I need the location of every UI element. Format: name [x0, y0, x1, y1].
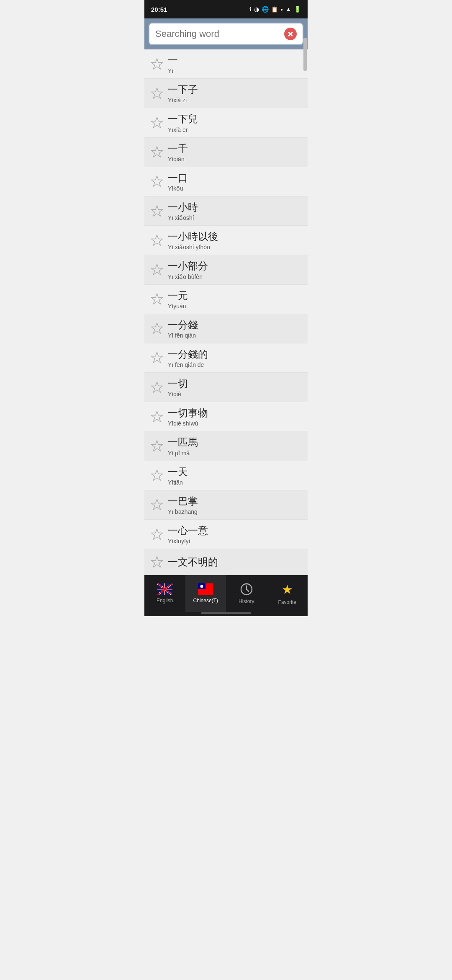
star-icon	[150, 439, 164, 453]
svg-marker-4	[152, 176, 163, 186]
star-icon[interactable]	[150, 528, 164, 541]
word-chinese: 一下子	[168, 83, 198, 96]
word-pinyin: Yīxīnyīyì	[168, 538, 208, 544]
nav-item-chinese[interactable]: Chinese(T)	[185, 575, 226, 612]
status-time: 20:51	[151, 6, 167, 13]
nav-item-english[interactable]: English	[144, 575, 185, 612]
word-chinese: 一	[168, 54, 178, 67]
word-content: 一文不明的	[168, 555, 218, 568]
word-content: 一千 Yīqiān	[168, 142, 188, 162]
list-item[interactable]: 一分錢 Yī fēn qián	[144, 314, 308, 343]
word-chinese: 一切事物	[168, 406, 208, 419]
list-item[interactable]: 一文不明的	[144, 549, 308, 575]
list-item[interactable]: 一天 Yītiān	[144, 461, 308, 490]
list-item[interactable]: 一切事物 Yīqiè shìwù	[144, 402, 308, 431]
dot-icon: ●	[280, 7, 283, 12]
list-item[interactable]: 一元 Yīyuán	[144, 285, 308, 314]
star-icon	[150, 57, 164, 71]
nav-item-favorite[interactable]: ★ Favorite	[267, 575, 308, 612]
word-chinese: 一心一意	[168, 524, 208, 537]
star-icon	[150, 528, 164, 541]
star-icon	[150, 322, 164, 335]
list-item[interactable]: 一千 Yīqiān	[144, 138, 308, 167]
list-item[interactable]: 一小部分 Yī xiǎo bùfèn	[144, 255, 308, 284]
svg-marker-6	[152, 235, 163, 245]
word-pinyin: Yī xiǎo bùfèn	[168, 273, 208, 280]
star-icon[interactable]	[150, 469, 164, 482]
clipboard-icon: 📋	[271, 6, 278, 13]
star-icon[interactable]	[150, 57, 164, 71]
word-pinyin: Yī	[168, 67, 178, 74]
star-icon[interactable]	[150, 263, 164, 276]
list-item[interactable]: 一匹馬 Yī pǐ mǎ	[144, 431, 308, 461]
word-content: 一小部分 Yī xiǎo bùfèn	[168, 259, 208, 280]
list-item[interactable]: 一心一意 Yīxīnyīyì	[144, 520, 308, 549]
star-icon[interactable]	[150, 145, 164, 159]
star-icon	[150, 351, 164, 364]
word-content: 一分錢 Yī fēn qián	[168, 318, 198, 339]
favorite-star-icon: ★	[282, 582, 293, 597]
star-icon[interactable]	[150, 204, 164, 218]
word-pinyin: Yī xiǎoshí yǐhòu	[168, 244, 218, 250]
star-icon[interactable]	[150, 292, 164, 306]
nav-label-favorite: Favorite	[278, 599, 296, 605]
circle-half-icon: ◑	[254, 6, 259, 13]
svg-marker-15	[152, 499, 163, 510]
list-item[interactable]: 一巴掌 Yī bāzhang	[144, 490, 308, 520]
word-list: 一 Yī 一下子 Yīxià zi 一下兒 Yīxià er	[144, 49, 308, 575]
history-icon	[240, 583, 253, 596]
word-chinese: 一下兒	[168, 112, 198, 125]
star-icon[interactable]	[150, 555, 164, 569]
word-pinyin: Yī fēn qián de	[168, 361, 208, 368]
wifi-icon: ▲	[285, 6, 291, 13]
search-box	[149, 23, 303, 45]
svg-marker-17	[152, 557, 163, 567]
star-icon[interactable]	[150, 234, 164, 247]
list-item[interactable]: 一切 Yīqiè	[144, 373, 308, 402]
word-content: 一小時 Yī xiǎoshí	[168, 201, 198, 221]
list-item[interactable]: 一小時以後 Yī xiǎoshí yǐhòu	[144, 226, 308, 255]
star-icon	[150, 87, 164, 100]
word-pinyin: Yī xiǎoshí	[168, 214, 198, 221]
search-input[interactable]	[155, 28, 284, 39]
word-chinese: 一匹馬	[168, 436, 198, 449]
list-item[interactable]: 一下子 Yīxià zi	[144, 79, 308, 108]
tw-flag-icon	[198, 583, 213, 595]
status-icons: ℹ ◑ 🌐 📋 ● ▲ 🔋	[249, 6, 301, 13]
list-item[interactable]: 一小時 Yī xiǎoshí	[144, 196, 308, 226]
svg-marker-7	[152, 264, 163, 275]
nav-item-history[interactable]: History	[226, 575, 267, 612]
list-item[interactable]: 一 Yī	[144, 49, 308, 79]
svg-marker-9	[152, 323, 163, 333]
star-icon[interactable]	[150, 498, 164, 511]
word-pinyin: Yīxià er	[168, 126, 198, 133]
word-chinese: 一小時	[168, 201, 198, 214]
star-icon	[150, 234, 164, 247]
list-item[interactable]: 一下兒 Yīxià er	[144, 108, 308, 137]
star-icon[interactable]	[150, 116, 164, 129]
list-item[interactable]: 一口 Yīkǒu	[144, 167, 308, 196]
word-chinese: 一元	[168, 289, 188, 302]
word-content: 一匹馬 Yī pǐ mǎ	[168, 436, 198, 456]
svg-marker-2	[152, 117, 163, 128]
search-container	[144, 18, 308, 49]
star-icon[interactable]	[150, 175, 164, 188]
svg-marker-12	[152, 411, 163, 422]
word-content: 一巴掌 Yī bāzhang	[168, 495, 198, 515]
star-icon[interactable]	[150, 381, 164, 394]
star-icon[interactable]	[150, 351, 164, 364]
star-icon[interactable]	[150, 439, 164, 453]
star-icon	[150, 145, 164, 159]
star-icon[interactable]	[150, 87, 164, 100]
word-pinyin: Yī fēn qián	[168, 332, 198, 339]
star-icon[interactable]	[150, 322, 164, 335]
star-icon	[150, 263, 164, 276]
word-content: 一小時以後 Yī xiǎoshí yǐhòu	[168, 230, 218, 250]
svg-marker-16	[152, 529, 163, 539]
list-item[interactable]: 一分錢的 Yī fēn qián de	[144, 343, 308, 373]
word-content: 一天 Yītiān	[168, 465, 188, 486]
svg-marker-1	[152, 88, 163, 98]
word-chinese: 一分錢	[168, 318, 198, 331]
star-icon[interactable]	[150, 410, 164, 423]
clear-button[interactable]	[284, 28, 297, 40]
